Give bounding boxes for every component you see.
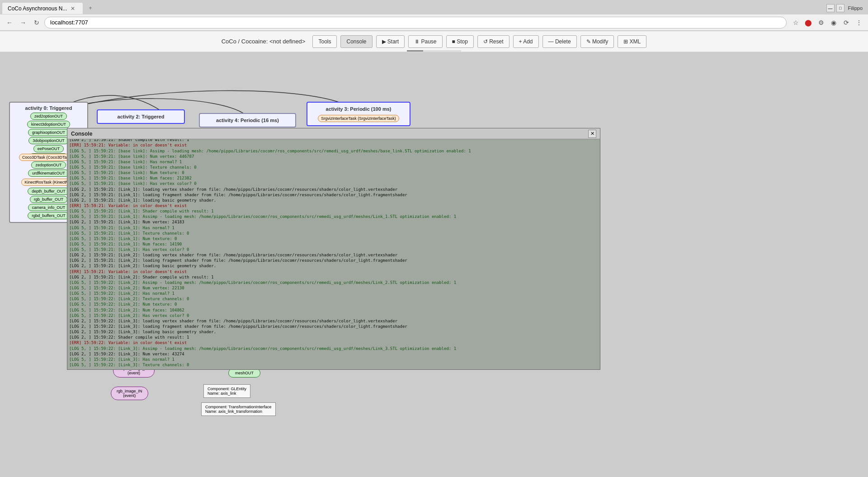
glentity-label: Component: GLEntity [208,387,246,391]
console-line: [LOG 5, ] 15:59:21: [base link]: Num ver… [69,154,598,159]
minimize-icon[interactable]: — [826,4,835,12]
app-toolbar: CoCo / Cocoaine: <not defined> Tools Con… [0,31,868,52]
console-body[interactable]: [LOG 0, GLManagerTask] 15:59:21: Create … [67,139,600,369]
stop-button[interactable]: ■ Stop [446,35,474,48]
activity-3-task: SrgvizInterfaceTask (SrgvizInterfaceTask… [318,115,399,122]
user-menu[interactable]: Filippo [848,5,863,11]
console-line: [LOG 5, ] 15:59:22: [Link_2]: Assimp - l… [69,280,598,285]
tools-button[interactable]: Tools [312,35,337,48]
console-line: [LOG 5, ] 15:59:21: [base link]: Texture… [69,165,598,170]
transform-name: Name: axis_link_transformation [205,409,272,414]
output-zedoption[interactable]: zedoptionOUT [31,161,66,169]
console-line: [LOG 5, ] 15:59:21: [Link_1]: Has normal… [69,225,598,231]
console-line: [LOG 2, ] 15:59:21: [Link_1]: loading fr… [69,192,598,198]
pause-button[interactable]: ⏸ Pause [408,35,442,48]
tab-bar: CoCo Asynchronous N... ✕ + — □ Filippo [0,0,868,14]
forward-button[interactable]: → [17,17,29,28]
glentity-component-box: Component: GLEntity Name: axis_link [203,384,250,398]
xml-button[interactable]: ⊞ XML [618,35,646,48]
more-icon[interactable]: ⋮ [854,17,864,28]
console-line: [LOG 5, ] 15:59:21: [Link_1]: Num faces:… [69,241,598,247]
output-kinect3d[interactable]: kinect3doptionOUT [27,121,70,128]
console-close-button[interactable]: ✕ [588,130,596,138]
console-line: [LOG 2, ] 15:59:22: Shader compile with … [69,335,598,340]
sync-icon[interactable]: ⟳ [841,17,852,28]
output-graphix[interactable]: graphixoptionOUT [28,129,69,136]
start-label: ▶ Start [382,38,399,45]
console-line: [LOG 5, ] 15:59:22: [Link_3]: Texture ch… [69,362,598,368]
output-rgb-buffer[interactable]: rgb_buffer_OUT [30,196,67,203]
output-zed2option[interactable]: zed2optionOUT [30,113,67,120]
progress-bar-container [407,50,461,52]
console-line: [LOG 2, ] 15:59:21: [Link_1]: loading ba… [69,198,598,203]
bookmark-icon[interactable]: ☆ [790,17,801,28]
console-line: [ERR] 15:59:22: Variable: in color doesn… [69,340,598,345]
address-bar[interactable] [44,17,787,28]
console-button[interactable]: Console [340,35,372,48]
output-depth-buffer[interactable]: depth_buffer_OUT [28,188,69,195]
browser-tab[interactable]: CoCo Asynchronous N... ✕ [2,2,83,14]
output-rgbd-buffers[interactable]: rgbd_buffers_OUT [28,212,69,219]
console-line: [LOG 2, ] 15:59:21: Shader compile with … [69,139,598,142]
activity-2-box[interactable]: activity 2: Triggered [97,109,185,124]
delete-button[interactable]: — Delete [542,35,577,48]
reset-button[interactable]: ↺ Reset [477,35,509,48]
nav-bar: ← → ↻ ☆ ⬤ ⚙ ◉ ⟳ ⋮ [0,14,868,31]
console-line: [LOG 2, ] 15:59:21: [Link_1]: loading ve… [69,187,598,192]
extension-icon[interactable]: ⚙ [816,17,826,28]
main-canvas[interactable]: activity 0: Triggered Coco3DTask (Coco3D… [0,52,868,477]
delete-label: — Delete [548,38,571,45]
xml-label: ⊞ XML [623,38,641,45]
mesh-out-node[interactable]: meshOUT [228,368,260,378]
progress-bar [407,50,423,52]
console-title: Console [71,131,92,137]
back-button[interactable]: ← [4,17,15,28]
maximize-icon[interactable]: □ [836,4,844,12]
console-line: [LOG 2, ] 15:59:22: [Link_3]: loading ba… [69,329,598,335]
reset-label: ↺ Reset [483,38,504,45]
console-line: [LOG 5, ] 15:59:22: [Link_2]: Has normal… [69,291,598,296]
console-line: [LOG 2, ] 15:59:22: [Link_3]: loading ve… [69,318,598,324]
tab-close-icon[interactable]: ✕ [71,5,75,12]
modify-label: ✎ Modify [586,38,609,45]
tools-label: Tools [318,38,331,45]
console-header: Console ✕ [67,128,600,139]
rgb-image-in-node[interactable]: rgb_image_IN(event) [111,387,148,400]
console-line: [LOG 2, ] 15:59:21: [Link_2]: loading ba… [69,263,598,269]
console-line: [LOG 5, ] 15:59:21: [Link_1]: Texture ch… [69,231,598,236]
transform-label: Component: TransformationInterface [205,405,272,409]
console-panel: Console ✕ [LOG 0, GLManagerTask] 15:59:2… [67,128,600,370]
console-line: [LOG 5, ] 15:59:21: [base link]: Has nor… [69,159,598,165]
add-button[interactable]: + Add [513,35,539,48]
console-line: [LOG 5, ] 15:59:22: [Link_3]: Assimp - l… [69,346,598,351]
glentity-name: Name: axis_link [208,391,246,396]
console-line: [LOG 2, ] 15:59:22: [Link_3]: loading fr… [69,324,598,329]
output-urdfkinematic[interactable]: urdfkinematicOUT [28,170,69,177]
console-line: [LOG 2, ] 15:59:21: [Link_2]: loading ve… [69,252,598,258]
new-tab-button[interactable]: + [85,3,96,14]
console-line: [LOG 5, ] 15:59:22: [Link_2]: Texture ch… [69,296,598,302]
console-line: [LOG 5, ] 15:59:22: [Link_3]: Has normal… [69,357,598,362]
activity-3-box[interactable]: activity 3: Periodic (100 ms) SrgvizInte… [307,102,410,126]
console-line: [LOG 5, ] 15:59:22: [Link_2]: Num vertex… [69,285,598,291]
start-button[interactable]: ▶ Start [376,35,405,48]
activity-4-box[interactable]: activity 4: Periodic (16 ms) [199,113,296,128]
output-camera-info[interactable]: camera_info_OUT [28,204,70,211]
add-label: + Add [519,38,533,45]
reload-button[interactable]: ↻ [31,17,42,28]
activity-3-title: activity 3: Periodic (100 ms) [309,104,408,113]
modify-button[interactable]: ✎ Modify [580,35,614,48]
console-line: [LOG 5, ] 15:59:21: [base link]: Assimp … [69,148,598,154]
console-line: [LOG 2, ] 15:59:21: [Link_2]: loading fr… [69,258,598,263]
console-line: [LOG 2, ] 15:59:21: [Link_2]: Shader com… [69,274,598,280]
browser-chrome: CoCo Asynchronous N... ✕ + — □ Filippo ←… [0,0,868,31]
profile-icon[interactable]: ◉ [828,17,839,28]
output-eepose[interactable]: eePoseOUT [33,145,64,152]
activity-0-title: activity 0: Triggered [12,104,85,112]
tab-title: CoCo Asynchronous N... [8,5,67,12]
stop-label: ■ Stop [452,38,468,45]
output-3dobjo[interactable]: 3dobjooptionOUT [28,137,69,144]
opera-icon[interactable]: ⬤ [803,17,814,28]
console-line: [LOG 2, ] 15:59:21: [Link_1]: Num vertex… [69,219,598,225]
console-line: [LOG 5, ] 15:59:21: [base link]: Has ver… [69,181,598,186]
